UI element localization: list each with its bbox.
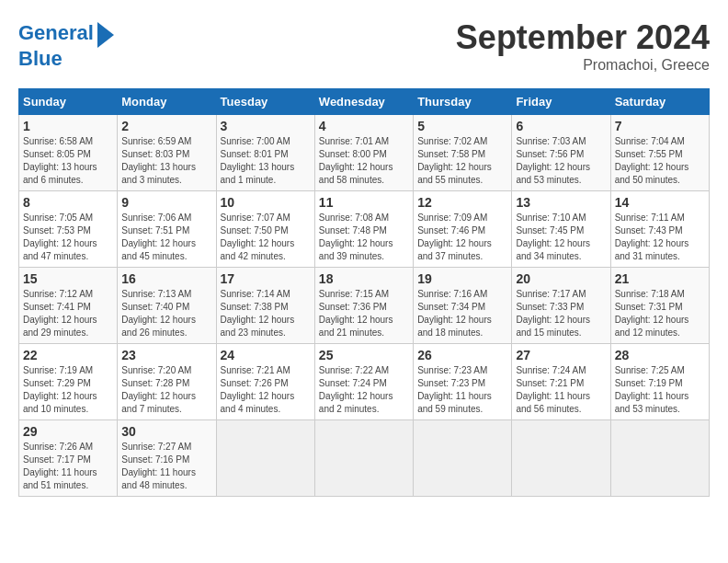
day-number: 25 — [319, 348, 409, 362]
calendar-cell: 21 Sunrise: 7:18 AM Sunset: 7:31 PM Dayl… — [610, 268, 709, 344]
day-number: 8 — [23, 195, 113, 210]
col-sunday: Sunday — [19, 89, 118, 115]
day-info: Sunrise: 7:06 AM Sunset: 7:51 PM Dayligh… — [121, 212, 211, 263]
calendar-cell: 5 Sunrise: 7:02 AM Sunset: 7:58 PM Dayli… — [414, 115, 512, 191]
day-number: 19 — [417, 271, 507, 286]
col-monday: Monday — [118, 89, 216, 115]
calendar-cell: 13 Sunrise: 7:10 AM Sunset: 7:45 PM Dayl… — [512, 191, 610, 268]
day-info: Sunrise: 7:07 AM Sunset: 7:50 PM Dayligh… — [221, 212, 311, 263]
day-info: Sunrise: 7:11 AM Sunset: 7:43 PM Dayligh… — [615, 212, 705, 263]
day-info: Sunrise: 7:22 AM Sunset: 7:24 PM Dayligh… — [319, 364, 409, 416]
logo: General Blue — [18, 18, 114, 70]
calendar-week-row: 8 Sunrise: 7:05 AM Sunset: 7:53 PM Dayli… — [19, 191, 710, 268]
day-number: 7 — [615, 119, 705, 133]
col-saturday: Saturday — [610, 89, 709, 115]
day-info: Sunrise: 7:00 AM Sunset: 8:01 PM Dayligh… — [221, 135, 311, 187]
calendar-cell: 18 Sunrise: 7:15 AM Sunset: 7:36 PM Dayl… — [314, 268, 413, 344]
day-number: 18 — [319, 271, 409, 286]
day-info: Sunrise: 7:20 AM Sunset: 7:28 PM Dayligh… — [121, 364, 211, 416]
day-info: Sunrise: 7:01 AM Sunset: 8:00 PM Dayligh… — [319, 135, 409, 187]
calendar-cell: 17 Sunrise: 7:14 AM Sunset: 7:38 PM Dayl… — [216, 268, 314, 344]
day-number: 24 — [221, 348, 311, 362]
calendar-week-row: 15 Sunrise: 7:12 AM Sunset: 7:41 PM Dayl… — [19, 268, 710, 344]
calendar-cell: 12 Sunrise: 7:09 AM Sunset: 7:46 PM Dayl… — [414, 191, 512, 268]
day-info: Sunrise: 7:04 AM Sunset: 7:55 PM Dayligh… — [615, 135, 705, 187]
calendar-week-row: 29 Sunrise: 7:26 AM Sunset: 7:17 PM Dayl… — [19, 420, 710, 497]
day-info: Sunrise: 7:24 AM Sunset: 7:21 PM Dayligh… — [516, 364, 606, 416]
day-number: 12 — [417, 195, 507, 210]
day-number: 1 — [23, 119, 113, 133]
day-number: 16 — [121, 271, 211, 286]
calendar-cell: 20 Sunrise: 7:17 AM Sunset: 7:33 PM Dayl… — [512, 268, 610, 344]
day-info: Sunrise: 7:09 AM Sunset: 7:46 PM Dayligh… — [417, 212, 507, 263]
day-info: Sunrise: 7:18 AM Sunset: 7:31 PM Dayligh… — [615, 288, 705, 339]
month-title: September 2024 — [456, 18, 710, 57]
day-number: 5 — [417, 119, 507, 133]
day-info: Sunrise: 7:21 AM Sunset: 7:26 PM Dayligh… — [221, 364, 311, 416]
day-number: 3 — [221, 119, 311, 133]
calendar-cell: 19 Sunrise: 7:16 AM Sunset: 7:34 PM Dayl… — [414, 268, 512, 344]
logo-arrow-icon — [97, 22, 114, 48]
day-number: 10 — [221, 195, 311, 210]
day-info: Sunrise: 7:02 AM Sunset: 7:58 PM Dayligh… — [417, 135, 507, 187]
calendar-cell: 6 Sunrise: 7:03 AM Sunset: 7:56 PM Dayli… — [512, 115, 610, 191]
title-section: September 2024 Promachoi, Greece — [456, 18, 710, 74]
calendar-cell — [610, 420, 709, 497]
col-thursday: Thursday — [414, 89, 512, 115]
calendar-cell: 30 Sunrise: 7:27 AM Sunset: 7:16 PM Dayl… — [118, 420, 216, 497]
calendar-cell — [314, 420, 413, 497]
calendar-cell — [512, 420, 610, 497]
calendar-cell: 15 Sunrise: 7:12 AM Sunset: 7:41 PM Dayl… — [19, 268, 118, 344]
day-number: 28 — [615, 348, 705, 362]
calendar-cell: 25 Sunrise: 7:22 AM Sunset: 7:24 PM Dayl… — [314, 344, 413, 420]
day-number: 13 — [516, 195, 606, 210]
calendar-cell: 11 Sunrise: 7:08 AM Sunset: 7:48 PM Dayl… — [314, 191, 413, 268]
day-number: 22 — [23, 348, 113, 362]
calendar-week-row: 22 Sunrise: 7:19 AM Sunset: 7:29 PM Dayl… — [19, 344, 710, 420]
day-info: Sunrise: 7:05 AM Sunset: 7:53 PM Dayligh… — [23, 212, 113, 263]
day-number: 11 — [319, 195, 409, 210]
day-info: Sunrise: 7:23 AM Sunset: 7:23 PM Dayligh… — [417, 364, 507, 416]
day-info: Sunrise: 7:08 AM Sunset: 7:48 PM Dayligh… — [319, 212, 409, 263]
calendar-cell: 28 Sunrise: 7:25 AM Sunset: 7:19 PM Dayl… — [610, 344, 709, 420]
col-wednesday: Wednesday — [314, 89, 413, 115]
calendar-cell: 22 Sunrise: 7:19 AM Sunset: 7:29 PM Dayl… — [19, 344, 118, 420]
calendar-cell: 16 Sunrise: 7:13 AM Sunset: 7:40 PM Dayl… — [118, 268, 216, 344]
calendar-cell: 10 Sunrise: 7:07 AM Sunset: 7:50 PM Dayl… — [216, 191, 314, 268]
calendar-cell: 9 Sunrise: 7:06 AM Sunset: 7:51 PM Dayli… — [118, 191, 216, 268]
calendar-cell: 2 Sunrise: 6:59 AM Sunset: 8:03 PM Dayli… — [118, 115, 216, 191]
day-number: 17 — [221, 271, 311, 286]
header-row: Sunday Monday Tuesday Wednesday Thursday… — [19, 89, 710, 115]
day-number: 4 — [319, 119, 409, 133]
logo-text2: Blue — [18, 48, 63, 70]
day-info: Sunrise: 7:27 AM Sunset: 7:16 PM Dayligh… — [121, 441, 211, 492]
page-header: General Blue September 2024 Promachoi, G… — [18, 18, 710, 74]
col-friday: Friday — [512, 89, 610, 115]
calendar-cell: 7 Sunrise: 7:04 AM Sunset: 7:55 PM Dayli… — [610, 115, 709, 191]
day-info: Sunrise: 7:14 AM Sunset: 7:38 PM Dayligh… — [221, 288, 311, 339]
calendar-cell: 14 Sunrise: 7:11 AM Sunset: 7:43 PM Dayl… — [610, 191, 709, 268]
calendar-cell: 4 Sunrise: 7:01 AM Sunset: 8:00 PM Dayli… — [314, 115, 413, 191]
day-info: Sunrise: 7:15 AM Sunset: 7:36 PM Dayligh… — [319, 288, 409, 339]
day-info: Sunrise: 7:13 AM Sunset: 7:40 PM Dayligh… — [121, 288, 211, 339]
day-number: 2 — [121, 119, 211, 133]
day-info: Sunrise: 6:59 AM Sunset: 8:03 PM Dayligh… — [121, 135, 211, 187]
day-number: 29 — [23, 424, 113, 439]
day-number: 23 — [121, 348, 211, 362]
day-number: 9 — [121, 195, 211, 210]
day-number: 6 — [516, 119, 606, 133]
calendar-cell: 24 Sunrise: 7:21 AM Sunset: 7:26 PM Dayl… — [216, 344, 314, 420]
col-tuesday: Tuesday — [216, 89, 314, 115]
day-number: 30 — [121, 424, 211, 439]
calendar-table: Sunday Monday Tuesday Wednesday Thursday… — [18, 88, 710, 497]
calendar-cell: 27 Sunrise: 7:24 AM Sunset: 7:21 PM Dayl… — [512, 344, 610, 420]
day-info: Sunrise: 7:26 AM Sunset: 7:17 PM Dayligh… — [23, 441, 113, 492]
logo-text: General — [18, 22, 94, 44]
calendar-cell: 8 Sunrise: 7:05 AM Sunset: 7:53 PM Dayli… — [19, 191, 118, 268]
calendar-cell: 1 Sunrise: 6:58 AM Sunset: 8:05 PM Dayli… — [19, 115, 118, 191]
location: Promachoi, Greece — [456, 57, 710, 74]
day-info: Sunrise: 7:17 AM Sunset: 7:33 PM Dayligh… — [516, 288, 606, 339]
day-info: Sunrise: 7:19 AM Sunset: 7:29 PM Dayligh… — [23, 364, 113, 416]
calendar-cell — [216, 420, 314, 497]
day-info: Sunrise: 6:58 AM Sunset: 8:05 PM Dayligh… — [23, 135, 113, 187]
